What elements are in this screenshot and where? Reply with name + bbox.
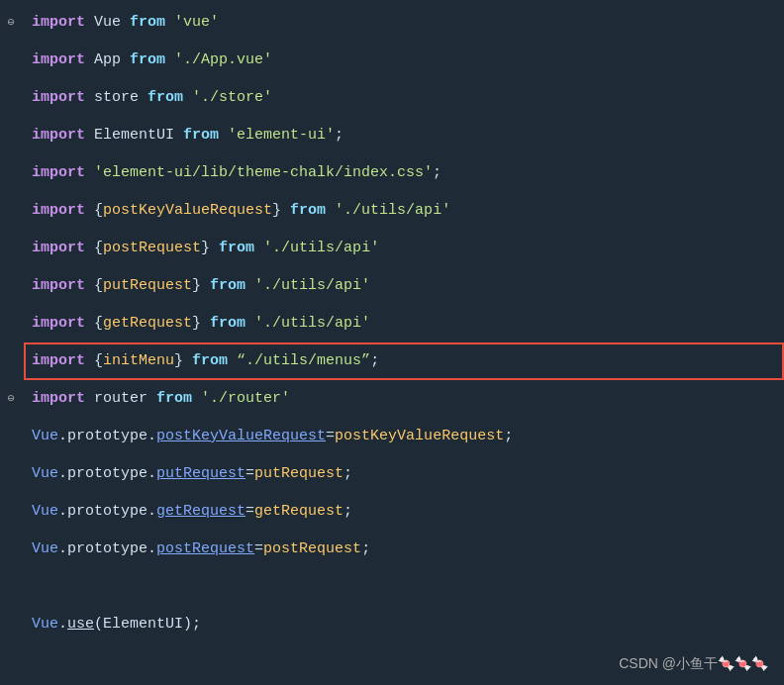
code-line-3: import store from './store' bbox=[0, 79, 784, 117]
code-line-13: Vue.prototype.putRequest=putRequest; bbox=[0, 455, 784, 493]
code-content-11: import router from './router' bbox=[24, 382, 784, 416]
code-content-14: Vue.prototype.getRequest=getRequest; bbox=[24, 495, 784, 529]
code-line-15: Vue.prototype.postRequest=postRequest; bbox=[0, 531, 784, 568]
from-keyword: from bbox=[130, 14, 165, 31]
code-content-5: import 'element-ui/lib/theme-chalk/index… bbox=[24, 156, 784, 190]
fold-icon-11[interactable]: ⊖ bbox=[0, 391, 24, 406]
code-content-15: Vue.prototype.postRequest=postRequest; bbox=[24, 533, 784, 566]
code-line-6: import {postKeyValueRequest} from './uti… bbox=[0, 192, 784, 230]
keyword: import bbox=[32, 14, 85, 31]
code-content-9: import {getRequest} from './utils/api' bbox=[24, 307, 784, 341]
code-line-9: import {getRequest} from './utils/api' bbox=[0, 305, 784, 342]
code-content-12: Vue.prototype.postKeyValueRequest=postKe… bbox=[24, 420, 784, 453]
code-editor: ⊖ import Vue from 'vue' import App from … bbox=[0, 0, 784, 685]
fold-icon-1[interactable]: ⊖ bbox=[0, 15, 24, 30]
code-content-17: Vue.use(ElementUI); bbox=[24, 608, 784, 641]
string-literal: 'vue' bbox=[174, 14, 219, 31]
code-line-14: Vue.prototype.getRequest=getRequest; bbox=[0, 493, 784, 531]
code-content-7: import {postRequest} from './utils/api' bbox=[24, 232, 784, 265]
code-line-16 bbox=[0, 568, 784, 606]
watermark: CSDN @小鱼干🍬🍬🍬 bbox=[619, 655, 768, 673]
code-line-2: import App from './App.vue' bbox=[0, 42, 784, 79]
code-line-1: ⊖ import Vue from 'vue' bbox=[0, 4, 784, 42]
code-content-3: import store from './store' bbox=[24, 81, 784, 115]
code-content-6: import {postKeyValueRequest} from './uti… bbox=[24, 194, 784, 228]
code-line-10: import {initMenu} from “./utils/menus”; bbox=[0, 342, 784, 380]
code-content-1: import Vue from 'vue' bbox=[24, 6, 784, 40]
code-line-17: Vue.use(ElementUI); bbox=[0, 606, 784, 643]
code-content-13: Vue.prototype.putRequest=putRequest; bbox=[24, 457, 784, 491]
code-content-2: import App from './App.vue' bbox=[24, 44, 784, 77]
code-content-4: import ElementUI from 'element-ui'; bbox=[24, 119, 784, 152]
code-line-5: import 'element-ui/lib/theme-chalk/index… bbox=[0, 154, 784, 192]
code-line-19 bbox=[0, 681, 784, 685]
code-content-16 bbox=[24, 570, 784, 604]
code-line-4: import ElementUI from 'element-ui'; bbox=[0, 117, 784, 154]
code-line-11: ⊖ import router from './router' bbox=[0, 380, 784, 418]
code-content-8: import {putRequest} from './utils/api' bbox=[24, 269, 784, 303]
code-line-8: import {putRequest} from './utils/api' bbox=[0, 267, 784, 305]
code-line-12: Vue.prototype.postKeyValueRequest=postKe… bbox=[0, 418, 784, 455]
code-content-10: import {initMenu} from “./utils/menus”; bbox=[24, 344, 784, 378]
code-line-7: import {postRequest} from './utils/api' bbox=[0, 230, 784, 267]
